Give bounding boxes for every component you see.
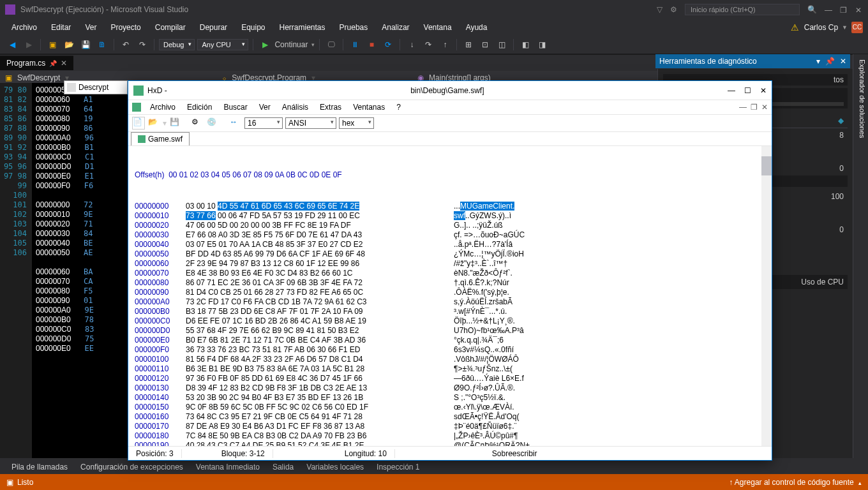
continue-button[interactable]: ▶ bbox=[258, 38, 272, 52]
hxd-base-field[interactable]: hex bbox=[339, 117, 374, 129]
user-name[interactable]: Carlos Cp bbox=[804, 23, 838, 32]
minimize-icon[interactable]: — bbox=[825, 6, 832, 13]
hxd-hex-view[interactable]: Offset(h) 00 01 02 03 04 05 06 07 08 09 … bbox=[128, 146, 772, 446]
btab-locals[interactable]: Variables locales bbox=[300, 461, 370, 473]
hxd-menu-analisis[interactable]: Análisis bbox=[277, 101, 313, 113]
diagnostics-header[interactable]: Herramientas de diagnóstico ▾ 📌 ✕ bbox=[655, 54, 850, 68]
crumb-icon: ▣ bbox=[5, 73, 12, 82]
save-all-button[interactable]: 🗎 bbox=[95, 38, 109, 52]
tb-icon-1[interactable]: ⊞ bbox=[461, 38, 475, 52]
config-dropdown[interactable]: Debug bbox=[159, 39, 195, 50]
menu-editar[interactable]: Editar bbox=[45, 21, 77, 34]
browser-button[interactable]: 🖵 bbox=[324, 38, 338, 52]
feedback-icon[interactable]: ⚙ bbox=[670, 5, 677, 14]
btab-immediate[interactable]: Ventana Inmediato bbox=[190, 461, 266, 473]
hxd-maximize-icon[interactable]: ☐ bbox=[744, 86, 751, 95]
menu-compilar[interactable]: Compilar bbox=[149, 21, 192, 34]
save-button[interactable]: 💾 bbox=[79, 38, 93, 52]
hxd-close-icon[interactable]: ✕ bbox=[760, 86, 767, 95]
git-up-icon[interactable]: ↑ bbox=[729, 478, 733, 487]
bottom-tabs: Pila de llamadas Configuración de excepc… bbox=[0, 460, 868, 474]
hxd-scrollbar[interactable] bbox=[761, 146, 772, 446]
stop-button[interactable]: ■ bbox=[364, 38, 378, 52]
new-project-button[interactable]: ▣ bbox=[45, 38, 59, 52]
hxd-mdi-close-icon[interactable]: ✕ bbox=[761, 103, 768, 112]
redo-button[interactable]: ↷ bbox=[135, 38, 149, 52]
diagnostics-title: Herramientas de diagnóstico bbox=[659, 57, 757, 66]
menu-ventana[interactable]: Ventana bbox=[417, 21, 458, 34]
hxd-minimize-icon[interactable]: — bbox=[728, 86, 735, 95]
hxd-menu-buscar[interactable]: Buscar bbox=[218, 101, 252, 113]
forward-button[interactable]: ▶ bbox=[22, 38, 36, 52]
menu-archivo[interactable]: Archivo bbox=[5, 21, 43, 34]
tab-close-icon[interactable]: ✕ bbox=[61, 59, 67, 68]
solution-explorer-tab[interactable]: Explorador de soluciones bbox=[853, 54, 868, 458]
user-dropdown-icon[interactable]: ▼ bbox=[842, 24, 848, 31]
tab-program-cs[interactable]: Program.cs 📌 ✕ bbox=[0, 56, 73, 70]
hxd-menu-edicion[interactable]: Edición bbox=[182, 101, 217, 113]
git-hint[interactable]: Agregar al control de código fuente bbox=[735, 478, 854, 487]
menu-pruebas[interactable]: Pruebas bbox=[333, 21, 375, 34]
hxd-titlebar[interactable]: HxD - bin\Debug\Game.swf] — ☐ ✕ bbox=[128, 81, 772, 100]
hxd-bytes-field[interactable]: 16 bbox=[244, 117, 283, 129]
hxd-status-len: Longitud: 10 bbox=[337, 449, 395, 458]
descrypt-window[interactable]: Descrypt bbox=[64, 80, 128, 94]
undo-button[interactable]: ↶ bbox=[119, 38, 133, 52]
hxd-menu-ventanas[interactable]: Ventanas bbox=[348, 101, 390, 113]
hxd-tab-game-swf[interactable]: Game.swf bbox=[131, 132, 190, 145]
hxd-menu-extras[interactable]: Extras bbox=[315, 101, 347, 113]
btab-callstack[interactable]: Pila de llamadas bbox=[5, 461, 74, 473]
menu-proyecto[interactable]: Proyecto bbox=[104, 21, 147, 34]
hxd-menu-help[interactable]: ? bbox=[391, 101, 406, 113]
step-into-button[interactable]: ↓ bbox=[405, 38, 419, 52]
search-icon[interactable]: 🔍 bbox=[807, 5, 817, 14]
hxd-disk-button[interactable]: 💿 bbox=[206, 117, 219, 130]
user-badge[interactable]: CC bbox=[851, 22, 863, 33]
menu-herramientas[interactable]: Herramientas bbox=[273, 21, 332, 34]
crumb-1[interactable]: SwfDescrypt bbox=[12, 73, 65, 82]
diag-dropdown-icon[interactable]: ▾ bbox=[816, 57, 820, 66]
pin-icon[interactable]: 📌 bbox=[49, 60, 57, 67]
menu-ayuda[interactable]: Ayuda bbox=[460, 21, 494, 34]
hxd-encoding-field[interactable]: ANSI bbox=[285, 117, 336, 129]
back-button[interactable]: ◀ bbox=[5, 38, 19, 52]
break-all-button[interactable]: ⏸ bbox=[348, 38, 362, 52]
tb-icon-5[interactable]: ◨ bbox=[535, 38, 549, 52]
open-button[interactable]: 📂 bbox=[62, 38, 76, 52]
hxd-save-button[interactable]: 💾 bbox=[169, 117, 182, 130]
hxd-open-button[interactable]: 📂 bbox=[147, 117, 160, 130]
tb-icon-2[interactable]: ⊡ bbox=[478, 38, 492, 52]
hxd-mdi-max-icon[interactable]: ❐ bbox=[751, 103, 758, 112]
hxd-header-row: Offset(h) 00 01 02 03 04 05 06 07 08 09 … bbox=[135, 170, 765, 180]
btab-output[interactable]: Salida bbox=[266, 461, 300, 473]
quick-launch-input[interactable]: Inicio rápido (Ctrl+Q) bbox=[685, 4, 800, 15]
hxd-new-button[interactable]: 📄 bbox=[132, 117, 145, 130]
close-icon[interactable]: ✕ bbox=[855, 6, 863, 13]
platform-dropdown[interactable]: Any CPU bbox=[197, 39, 248, 50]
diag-pin-icon[interactable]: 📌 bbox=[825, 57, 835, 66]
hxd-window: HxD - bin\Debug\Game.swf] — ☐ ✕ Archivo … bbox=[128, 80, 772, 461]
btab-watch[interactable]: Inspección 1 bbox=[370, 461, 426, 473]
flag-icon[interactable]: ▽ bbox=[657, 5, 662, 14]
line-gutter: 79 80 81 82 83 84 85 86 87 88 89 90 91 9… bbox=[0, 83, 32, 458]
step-over-button[interactable]: ↷ bbox=[421, 38, 435, 52]
hxd-ram-button[interactable]: ⚙ bbox=[191, 117, 204, 130]
menu-analizar[interactable]: Analizar bbox=[375, 21, 415, 34]
menu-ver[interactable]: Ver bbox=[79, 21, 103, 34]
menu-depurar[interactable]: Depurar bbox=[193, 21, 234, 34]
btab-exceptions[interactable]: Configuración de excepciones bbox=[74, 461, 190, 473]
restart-button[interactable]: ⟳ bbox=[381, 38, 395, 52]
hxd-arrow-button[interactable]: ↔ bbox=[229, 117, 242, 130]
maximize-icon[interactable]: ❐ bbox=[840, 6, 848, 13]
hxd-menu-archivo[interactable]: Archivo bbox=[145, 101, 181, 113]
hxd-mdi-min-icon[interactable]: — bbox=[739, 103, 747, 112]
continue-label[interactable]: Continuar bbox=[274, 40, 308, 49]
step-out-button[interactable]: ↑ bbox=[438, 38, 452, 52]
diag-col-2[interactable]: Uso de CPU bbox=[801, 278, 844, 286]
diag-close-icon[interactable]: ✕ bbox=[840, 57, 846, 66]
menu-equipo[interactable]: Equipo bbox=[235, 21, 271, 34]
tb-icon-4[interactable]: ◧ bbox=[518, 38, 532, 52]
hxd-menu-ver[interactable]: Ver bbox=[254, 101, 276, 113]
hxd-status-block: Bloque: 3-12 bbox=[214, 449, 273, 458]
tb-icon-3[interactable]: ◫ bbox=[495, 38, 509, 52]
